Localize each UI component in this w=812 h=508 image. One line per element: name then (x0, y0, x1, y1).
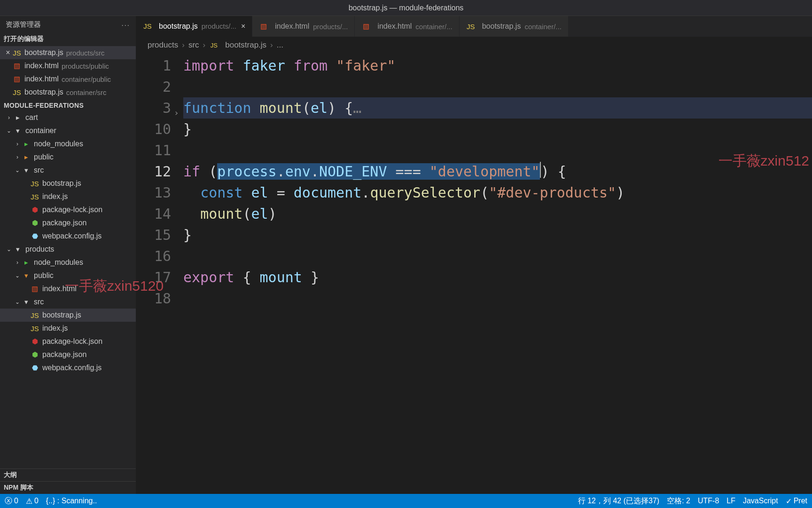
tree-item-name: public (34, 153, 54, 161)
chevron-icon: ⌄ (13, 272, 22, 279)
tree-item[interactable]: ⌄ ▾ container (0, 124, 136, 137)
webpack-icon: ⬣ (30, 364, 39, 372)
editor-tab[interactable]: ▧ index.html container/... (355, 16, 459, 37)
status-cursor[interactable]: 行 12，列 42 (已选择37) (578, 496, 659, 506)
tree-item[interactable]: ⬢ package.json (0, 216, 136, 230)
tab-name: index.html (377, 22, 412, 31)
tree-item[interactable]: ⌄ ▾ products (0, 243, 136, 256)
close-editor-icon[interactable]: × (4, 48, 12, 57)
tree-item-name: bootstrap.js (42, 179, 81, 188)
tree-item[interactable]: ⌄ ▾ src (0, 295, 136, 309)
status-language[interactable]: JavaScript (743, 497, 778, 505)
tree-item-name: webpack.config.js (42, 364, 102, 372)
file-name: bootstrap.js (24, 88, 63, 96)
open-editor-item[interactable]: JS bootstrap.js container/src (0, 86, 136, 99)
tree-item-name: webpack.config.js (42, 232, 102, 240)
line-number: 2 (136, 76, 171, 97)
folder-orange-icon: ▾ (22, 271, 31, 280)
folder-orange-icon: ▸ (22, 153, 31, 161)
line-number: 18 (136, 288, 171, 309)
tree-item[interactable]: ⬢ package.json (0, 348, 136, 361)
window-title: bootstrap.js — module-federations (349, 4, 464, 12)
status-spaces[interactable]: 空格: 2 (667, 496, 690, 506)
html-icon: ▧ (259, 22, 268, 31)
status-bar: ⓧ 0 ⚠ 0 {..} : Scanning.. 行 12，列 42 (已选择… (0, 494, 812, 508)
outline-section[interactable]: 大纲 (0, 468, 136, 481)
chevron-icon: › (13, 141, 22, 147)
tree-item[interactable]: › ▸ node_modules (0, 137, 136, 151)
tab-path: container/... (415, 23, 452, 31)
close-tab-icon[interactable]: × (241, 22, 245, 31)
open-editors-list: × JS bootstrap.js products/src ▧ index.h… (0, 45, 136, 100)
file-tree: › ▸ cart ⌄ ▾ container › ▸ node_modules … (0, 111, 136, 468)
open-editors-label[interactable]: 打开的编辑器 (0, 33, 136, 45)
tree-item[interactable]: ⬣ webpack.config.js (0, 230, 136, 243)
line-number: 14 (136, 203, 171, 224)
breadcrumb-separator: › (182, 40, 185, 50)
tree-item-name: node_modules (34, 140, 83, 148)
project-root-label[interactable]: MODULE-FEDERATIONS (0, 100, 136, 111)
code-lines[interactable]: import faker from "faker" ›function moun… (183, 55, 812, 494)
sidebar: 资源管理器 ··· 打开的编辑器 × JS bootstrap.js produ… (0, 16, 136, 494)
html-icon: ▧ (12, 75, 22, 83)
tree-item-name: index.js (42, 324, 68, 333)
status-errors[interactable]: ⓧ 0 (5, 496, 18, 506)
file-name: index.html (24, 62, 59, 70)
html-icon: ▧ (12, 62, 22, 70)
breadcrumb-item[interactable]: src (188, 40, 199, 50)
html-icon: ▧ (361, 22, 371, 31)
tree-item[interactable]: ▧ index.html (0, 282, 136, 295)
tree-item-name: src (34, 166, 44, 175)
status-warnings[interactable]: ⚠ 0 (26, 497, 39, 506)
code-editor[interactable]: 123101112131415161718 import faker from … (136, 53, 812, 494)
tree-item-name: index.html (42, 285, 77, 293)
tab-path: products/... (313, 23, 348, 31)
line-number: 10 (136, 119, 171, 140)
file-path: container/src (66, 88, 107, 96)
tree-item[interactable]: › ▸ cart (0, 111, 136, 124)
tree-item[interactable]: ⌄ ▾ public (0, 269, 136, 282)
npm-icon: ⬢ (30, 337, 39, 346)
tree-item-name: src (34, 298, 44, 306)
breadcrumb-separator: › (203, 40, 206, 50)
file-path: products/public (62, 62, 109, 70)
explorer-label: 资源管理器 (6, 20, 41, 29)
tree-item[interactable]: ⬣ webpack.config.js (0, 361, 136, 374)
status-prettier[interactable]: ✓ Pret (786, 497, 807, 506)
tree-item[interactable]: ⬢ package-lock.json (0, 203, 136, 216)
chevron-icon: ⌄ (5, 246, 13, 253)
tree-item[interactable]: › ▸ node_modules (0, 256, 136, 269)
editor-tab[interactable]: ▧ index.html products/... (252, 16, 355, 37)
breadcrumb-item[interactable]: bootstrap.js (225, 40, 266, 50)
chevron-icon: ⌄ (13, 299, 22, 305)
breadcrumb-item[interactable]: products (148, 40, 178, 50)
tree-item[interactable]: JS bootstrap.js (0, 177, 136, 190)
fold-icon[interactable]: › (174, 102, 179, 123)
npm-scripts-section[interactable]: NPM 脚本 (0, 481, 136, 494)
file-path: container/public (62, 75, 111, 83)
tree-item[interactable]: JS index.js (0, 322, 136, 335)
tree-item[interactable]: ⌄ ▾ src (0, 164, 136, 177)
title-bar: bootstrap.js — module-federations (0, 0, 812, 16)
line-number: 16 (136, 246, 171, 267)
status-encoding[interactable]: UTF-8 (698, 497, 719, 505)
status-eol[interactable]: LF (726, 497, 735, 505)
sidebar-more-icon[interactable]: ··· (121, 21, 130, 29)
breadcrumbs[interactable]: products›src›JSbootstrap.js›... (136, 37, 812, 53)
open-editor-item[interactable]: × JS bootstrap.js products/src (0, 46, 136, 59)
tree-item[interactable]: JS bootstrap.js (0, 309, 136, 322)
tree-item-name: container (25, 127, 56, 135)
line-number: 13 (136, 182, 171, 203)
breadcrumb-item[interactable]: ... (277, 40, 283, 50)
editor-tab[interactable]: JS bootstrap.js products/... × (136, 16, 252, 37)
tree-item[interactable]: ⬢ package-lock.json (0, 335, 136, 348)
tree-item[interactable]: › ▸ public (0, 151, 136, 164)
open-editor-item[interactable]: ▧ index.html products/public (0, 59, 136, 72)
tree-item[interactable]: JS index.js (0, 190, 136, 203)
open-editor-item[interactable]: ▧ index.html container/public (0, 72, 136, 86)
tab-name: bootstrap.js (482, 22, 521, 31)
chevron-icon: › (5, 114, 13, 121)
tree-item-name: node_modules (34, 258, 83, 267)
editor-tab[interactable]: JS bootstrap.js container/... (460, 16, 569, 37)
status-scanning[interactable]: {..} : Scanning.. (46, 497, 97, 505)
